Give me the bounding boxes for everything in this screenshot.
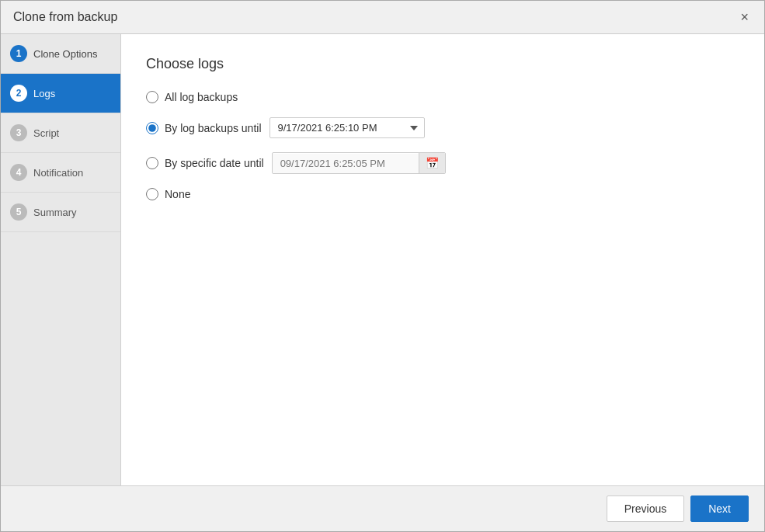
step-number-1: 1 [10, 45, 27, 62]
option-row-by-date: By specific date until 📅 [146, 152, 739, 174]
sidebar-item-notification[interactable]: 4 Notification [1, 153, 120, 193]
sidebar-item-logs[interactable]: 2 Logs [1, 74, 120, 113]
date-input-wrap: 📅 [272, 152, 446, 174]
date-input[interactable] [273, 154, 419, 173]
calendar-button[interactable]: 📅 [419, 153, 445, 173]
option-none-label[interactable]: None [146, 188, 190, 200]
option-by-date-text: By specific date until [165, 157, 264, 169]
log-backup-dropdown[interactable]: 9/17/2021 6:25:10 PM [269, 117, 425, 138]
sidebar-item-clone-options[interactable]: 1 Clone Options [1, 34, 120, 74]
main-content: Choose logs All log backups By log backu… [121, 34, 764, 485]
sidebar: 1 Clone Options 2 Logs 3 Script 4 Notifi… [1, 34, 121, 485]
next-button[interactable]: Next [690, 495, 749, 522]
close-button[interactable]: × [737, 9, 752, 26]
step-number-4: 4 [10, 164, 27, 181]
option-by-date-radio[interactable] [146, 157, 158, 169]
sidebar-item-label-2: Logs [33, 88, 55, 99]
step-number-5: 5 [10, 203, 27, 221]
option-none-text: None [165, 188, 190, 200]
option-all-text: All log backups [165, 91, 238, 103]
sidebar-item-script[interactable]: 3 Script [1, 113, 120, 153]
sidebar-item-label-1: Clone Options [33, 48, 97, 60]
section-title: Choose logs [146, 56, 739, 72]
clone-from-backup-dialog: Clone from backup × 1 Clone Options 2 Lo… [0, 0, 765, 532]
option-row-all: All log backups [146, 91, 739, 103]
dialog-title: Clone from backup [13, 10, 117, 24]
dialog-footer: Previous Next [1, 485, 764, 531]
sidebar-item-summary[interactable]: 5 Summary [1, 193, 120, 232]
option-row-by-log: By log backups until 9/17/2021 6:25:10 P… [146, 117, 739, 138]
option-by-log-label[interactable]: By log backups until [146, 122, 262, 134]
sidebar-item-label-4: Notification [33, 167, 83, 179]
dialog-titlebar: Clone from backup × [1, 1, 764, 34]
previous-button[interactable]: Previous [607, 495, 684, 522]
step-number-2: 2 [10, 85, 27, 102]
options-list: All log backups By log backups until 9/1… [146, 91, 739, 200]
option-none-radio[interactable] [146, 188, 158, 200]
sidebar-item-label-5: Summary [33, 207, 77, 218]
calendar-icon: 📅 [426, 157, 439, 169]
option-row-none: None [146, 188, 739, 200]
option-all-radio[interactable] [146, 91, 158, 103]
option-by-log-radio[interactable] [146, 122, 158, 134]
option-by-date-label[interactable]: By specific date until [146, 157, 264, 169]
step-number-3: 3 [10, 124, 27, 141]
sidebar-item-label-3: Script [33, 127, 59, 139]
dialog-body: 1 Clone Options 2 Logs 3 Script 4 Notifi… [1, 34, 764, 485]
option-by-log-text: By log backups until [165, 122, 262, 134]
option-all-label[interactable]: All log backups [146, 91, 238, 103]
